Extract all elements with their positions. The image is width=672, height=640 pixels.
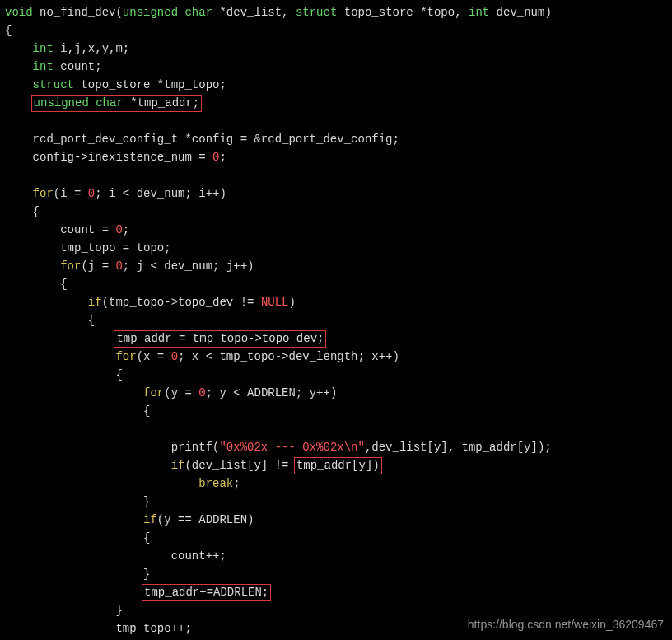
highlight-tmp-addr-inc: tmp_addr+=ADDRLEN; <box>142 584 271 601</box>
param2-name: *topo <box>420 6 455 19</box>
num-zero: 0 <box>115 259 122 273</box>
kw-null: NULL <box>261 296 289 309</box>
decl-vars: i,j,x,y,m; <box>60 42 129 55</box>
tmp-addr-decl: *tmp_addr; <box>130 96 199 110</box>
for-y-b: ; y < ADDRLEN; y++) <box>206 386 338 399</box>
tmp-addr-assign: tmp_addr = tmp_topo->topo_dev; <box>116 332 324 345</box>
if-dev-a: (dev_list[y] != <box>184 459 295 472</box>
for-i-a: (i = <box>54 187 88 200</box>
param3: dev_num <box>497 6 545 19</box>
kw-if: if <box>171 459 185 472</box>
code-block: void no_find_dev(unsigned char *dev_list… <box>5 3 667 640</box>
kw-void: void <box>5 6 33 19</box>
config-zero-pre: config->inexistence_num = <box>33 151 212 164</box>
num-zero: 0 <box>115 223 122 236</box>
if-topo-dev: (tmp_topo->topo_dev != <box>102 296 261 309</box>
num-zero: 0 <box>88 187 95 200</box>
param1: *dev_list <box>219 6 282 19</box>
count-eq: count = <box>60 223 115 236</box>
for-j-a: (j = <box>81 259 115 273</box>
highlight-tmp-addr-assign: tmp_addr = tmp_topo->topo_dev; <box>114 330 326 348</box>
tmp-topo-assign: tmp_topo = topo; <box>60 241 170 255</box>
kw-struct: struct <box>33 78 74 91</box>
kw-int: int <box>469 6 489 19</box>
config-line: rcd_port_dev_config_t *config = &rcd_por… <box>33 133 399 146</box>
kw-int: int <box>33 60 54 73</box>
for-y-a: (y = <box>164 386 198 399</box>
for-j-b: ; j < dev_num; j++) <box>123 259 254 273</box>
tmp-addr-idx: tmp_addr[y]) <box>296 459 380 472</box>
num-zero: 0 <box>198 386 205 399</box>
kw-if: if <box>143 513 157 526</box>
kw-unsigned-char: unsigned char <box>123 6 212 19</box>
kw-for: for <box>143 386 164 399</box>
tmp-topo-decl: *tmp_topo; <box>157 78 226 91</box>
count-pp: count++; <box>171 549 226 563</box>
kw-int: int <box>33 42 54 55</box>
kw-for: for <box>33 187 54 200</box>
tmp-topo-type: topo_store <box>81 78 150 91</box>
for-x-a: (x = <box>137 350 171 363</box>
decl-count: count; <box>60 60 101 73</box>
tmp-addr-inc: tmp_addr+=ADDRLEN; <box>144 586 268 599</box>
for-x-b: ; x < tmp_topo->dev_length; x++) <box>178 350 399 363</box>
fn-name: no_find_dev <box>40 6 115 19</box>
param2-type: topo_store <box>344 6 413 19</box>
kw-unsigned-char: unsigned char <box>34 96 124 110</box>
for-i-b: ; i < dev_num; i++) <box>95 187 226 200</box>
printf-pre: printf( <box>171 441 220 454</box>
if-y-eq: (y == ADDRLEN) <box>157 513 254 526</box>
printf-fmt: "0x%02x --- 0x%02x\n" <box>219 441 364 454</box>
kw-if: if <box>88 296 102 309</box>
kw-for: for <box>115 350 136 363</box>
printf-args: ,dev_list[y], tmp_addr[y]); <box>365 441 552 454</box>
highlight-tmp-addr-decl: unsigned char *tmp_addr; <box>31 95 203 112</box>
tmp-topo-pp: tmp_topo++; <box>115 622 191 635</box>
highlight-tmp-addr-idx: tmp_addr[y]) <box>294 457 382 474</box>
kw-struct: struct <box>296 6 337 19</box>
watermark: https://blog.csdn.net/weixin_36209467 <box>468 615 664 633</box>
kw-break: break <box>198 477 233 490</box>
kw-for: for <box>60 259 81 273</box>
num-zero: 0 <box>171 350 178 363</box>
